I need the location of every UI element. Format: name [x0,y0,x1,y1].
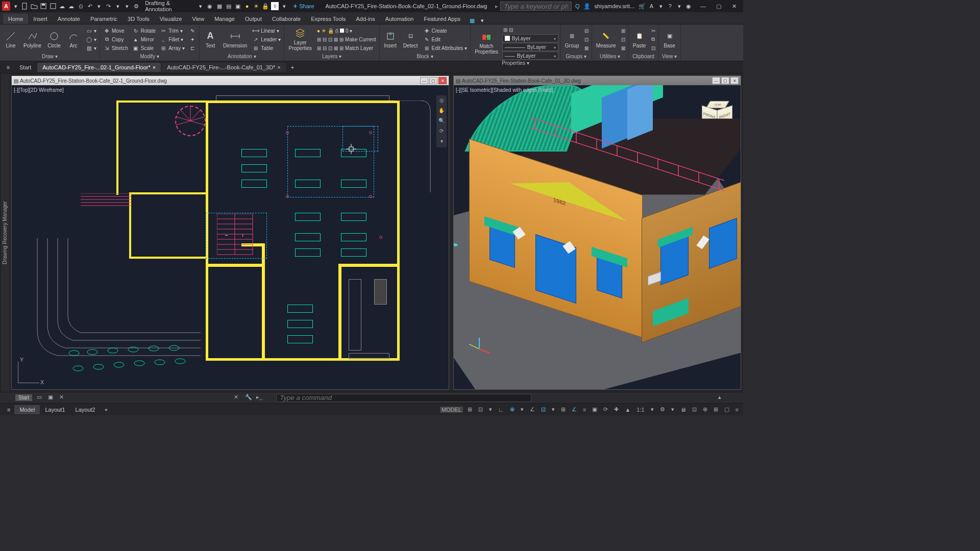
nav-orbit-icon[interactable]: ⟳ [438,128,445,135]
ribbon-collapse-icon[interactable]: ▾ [479,17,486,24]
user-name[interactable]: shiyamdev.srit... [593,3,637,9]
cmd-i3-icon[interactable]: ✕ [59,394,67,402]
copy-button[interactable]: ⧉Copy [102,35,129,43]
command-input[interactable] [276,394,531,402]
layer-tools-row[interactable]: ⊞⊟⊡⊠⊞Make Current [316,35,377,43]
ortho-toggle-icon[interactable]: ∟ [497,407,505,413]
snap-toggle-icon[interactable]: ⊡ [477,406,484,413]
lock-icon[interactable]: 🔒 [262,2,269,10]
dimension-button[interactable]: Dimension [221,30,249,49]
maximize-button[interactable]: ▢ [712,1,726,12]
cloud-save-icon[interactable]: ☁ [68,2,75,10]
iso-toggle-icon[interactable]: ∠ [528,406,536,413]
erase-button[interactable]: ✎ [188,27,197,35]
measure-button[interactable]: 📏Measure [594,30,618,49]
workspace-gear-icon[interactable]: ⚙ [133,2,140,10]
base-button[interactable]: ▣Base [661,30,678,49]
viewport-2d-canvas[interactable]: ◎ ✋ 🔍 ⟳ ▾ [12,85,449,389]
vp2-min-icon[interactable]: — [712,77,720,84]
nav-wheel-icon[interactable]: ◎ [438,97,445,105]
help-icon[interactable]: ? [667,2,674,10]
appstore-dd-icon[interactable]: ▾ [657,2,665,10]
ucs-3d[interactable] [469,338,489,359]
workspace-label[interactable]: Drafting & Annotation [142,0,195,12]
cmd-i1-icon[interactable]: ▭ [37,394,45,402]
lwt-toggle-icon[interactable]: ≡ [581,407,587,413]
draw-hatch-button[interactable]: ▨▾ [84,44,97,52]
layer-dd-icon[interactable]: ▾ [281,2,288,10]
otrack-toggle-icon[interactable]: ∠ [570,406,578,413]
leader-button[interactable]: ↗Leader ▾ [251,35,282,43]
saveas-icon[interactable] [50,2,57,10]
vp-close-icon[interactable]: ✕ [438,77,447,84]
notif-icon[interactable]: ◉ [685,2,692,10]
rotate-button[interactable]: ↻Rotate [131,27,157,35]
nav-pan-icon[interactable]: ✋ [438,108,445,115]
app-logo[interactable]: A [2,2,10,11]
bulb-icon[interactable]: ● [243,2,251,10]
undo-dd-icon[interactable]: ▾ [95,2,103,10]
qat-dd-icon[interactable]: ▾ [124,2,131,10]
search-go-icon[interactable]: Q [574,2,581,10]
new-icon[interactable] [21,2,29,10]
cart-icon[interactable]: 🛒 [639,2,646,10]
scale-label[interactable]: 1:1 [635,407,646,413]
u2-button[interactable]: ⊡ [620,35,626,43]
tab-visualize[interactable]: Visualize [155,14,187,24]
cmd-i2-icon[interactable]: ▣ [48,394,56,402]
close-button[interactable]: ✕ [727,1,741,12]
arc-button[interactable]: Arc [65,30,82,49]
layout-menu-icon[interactable]: ≡ [3,407,14,413]
zero-badge[interactable]: 0 [271,2,279,10]
block-attr-button[interactable]: ⊞Edit Attributes ▾ [422,44,469,52]
pr1-icon[interactable]: ⊞ [503,27,507,33]
viewport-2d-label[interactable]: [-][Top][2D Wireframe] [14,87,64,93]
mirror-button[interactable]: ▲Mirror [131,35,157,43]
explode-button[interactable]: ✦ [188,35,197,43]
layer-properties-button[interactable]: Layer Properties [286,27,314,52]
qa-icon-3[interactable]: ▤ [225,2,232,10]
layout1-tab[interactable]: Layout1 [40,405,70,414]
snap-dd-icon[interactable]: ▾ [487,406,494,413]
scale-button[interactable]: ▣Scale [131,44,157,52]
clean-icon[interactable]: ▢ [723,406,731,413]
osnap-toggle-icon[interactable]: ⊡ [540,406,547,413]
stretch-button[interactable]: ⇲Stretch [102,44,129,52]
move-button[interactable]: ✥Move [102,27,129,35]
start-tab-cmd[interactable]: Start [15,394,32,401]
help-dd-icon[interactable]: ▾ [676,2,683,10]
layer-state-row[interactable]: ●☀🔒⎙0 ▾ [316,27,377,35]
qa-icon-1[interactable]: ◉ [206,2,213,10]
3dosnap-toggle-icon[interactable]: ⊞ [559,406,567,413]
fillet-button[interactable]: ◟Fillet ▾ [159,35,186,43]
u3-button[interactable]: ⊠ [620,44,626,52]
redo-dd-icon[interactable]: ▾ [114,2,121,10]
tab-home[interactable]: Home [3,14,28,24]
tab-parametric[interactable]: Parametric [85,14,122,24]
tab-view[interactable]: View [187,14,210,24]
viewport-2d-titlebar[interactable]: ▤AutoCAD-FY25_Fire-Station-Book-Cafe_02-… [12,76,449,85]
cut-button[interactable]: ✂ [650,27,656,35]
drawing-recovery-panel[interactable]: Drawing Recovery Manager [0,73,9,392]
minimize-button[interactable]: — [696,1,710,12]
status-model-badge[interactable]: MODEL [440,407,463,413]
draw-rect-button[interactable]: ▭▾ [84,27,97,35]
polar-dd-icon[interactable]: ▾ [519,406,525,413]
cloud-open-icon[interactable]: ☁ [59,2,66,10]
add-layout-button[interactable]: + [101,407,112,413]
save-icon[interactable] [40,2,47,10]
search-input[interactable] [500,2,572,11]
nav-zoom-icon[interactable]: 🔍 [438,118,445,125]
c3-button[interactable]: ⊡ [650,44,656,52]
draw-ellipse-button[interactable]: ◯▾ [84,35,97,43]
group-button[interactable]: ⊞Group [563,30,581,49]
vp-min-icon[interactable]: — [420,77,428,84]
u1-button[interactable]: ⊞ [620,27,626,35]
customize-status-icon[interactable]: ≡ [734,407,740,413]
gear-status-icon[interactable]: ⚙ [658,406,667,413]
iso2-icon[interactable]: ⊞ [712,406,720,413]
ws-status-icon[interactable]: ▾ [670,406,676,413]
tab-addins[interactable]: Add-ins [351,14,380,24]
scale-dd-icon[interactable]: ▾ [649,406,655,413]
tab-output[interactable]: Output [240,14,267,24]
